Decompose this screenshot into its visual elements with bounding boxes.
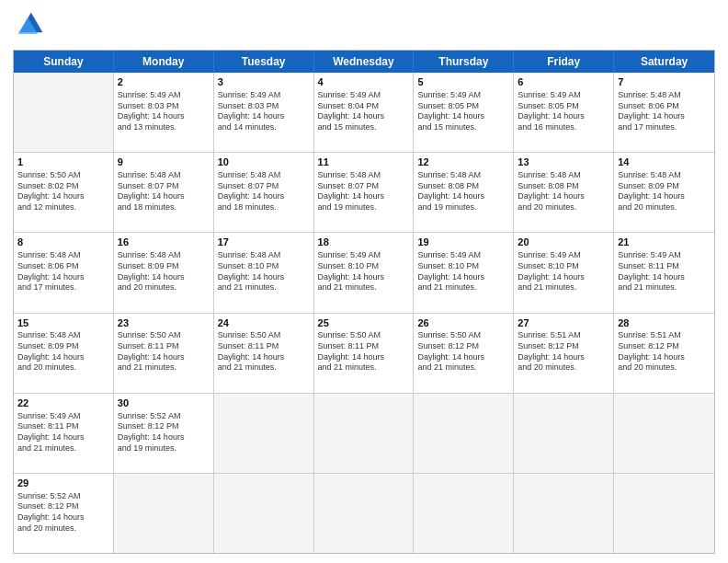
cal-cell xyxy=(414,474,514,553)
cell-line: Sunset: 8:10 PM xyxy=(318,261,410,272)
cell-line: Daylight: 14 hours xyxy=(618,352,711,363)
cell-line: and 20 minutes. xyxy=(518,362,609,373)
cell-line: Sunrise: 5:48 AM xyxy=(518,170,609,181)
cell-line: Sunrise: 5:48 AM xyxy=(118,170,210,181)
cal-cell: 10Sunrise: 5:48 AMSunset: 8:07 PMDayligh… xyxy=(214,153,314,232)
cell-line: Sunset: 8:07 PM xyxy=(118,181,210,192)
cell-line: Sunrise: 5:49 AM xyxy=(218,90,310,101)
cal-cell: 28Sunrise: 5:51 AMSunset: 8:12 PMDayligh… xyxy=(614,314,714,393)
cal-row-5: 29Sunrise: 5:52 AMSunset: 8:12 PMDayligh… xyxy=(14,473,714,553)
cell-line: and 18 minutes. xyxy=(118,202,210,213)
cell-line: Sunrise: 5:49 AM xyxy=(17,411,109,422)
header-friday: Friday xyxy=(514,51,614,73)
cell-line: Sunrise: 5:48 AM xyxy=(218,170,310,181)
cell-line: Daylight: 14 hours xyxy=(218,111,310,122)
cell-line: Daylight: 14 hours xyxy=(17,191,109,202)
cell-line: and 12 minutes. xyxy=(17,202,109,213)
cell-line: Sunset: 8:10 PM xyxy=(518,261,609,272)
cell-line: and 21 minutes. xyxy=(417,362,509,373)
cell-line: Daylight: 14 hours xyxy=(318,111,410,122)
cal-cell xyxy=(414,394,514,473)
day-number: 19 xyxy=(417,236,509,249)
cell-line: and 21 minutes. xyxy=(318,282,410,293)
cell-line: Daylight: 14 hours xyxy=(218,272,310,283)
cell-line: Daylight: 14 hours xyxy=(118,272,210,283)
page: Sunday Monday Tuesday Wednesday Thursday… xyxy=(0,0,728,563)
cell-line: Sunset: 8:05 PM xyxy=(518,101,609,112)
header-wednesday: Wednesday xyxy=(314,51,415,73)
cal-cell: 2Sunrise: 5:49 AMSunset: 8:03 PMDaylight… xyxy=(114,73,214,152)
cell-line: and 19 minutes. xyxy=(318,202,410,213)
cal-cell: 30Sunrise: 5:52 AMSunset: 8:12 PMDayligh… xyxy=(114,394,214,473)
cell-line: Daylight: 14 hours xyxy=(17,352,109,363)
cell-line: Sunrise: 5:48 AM xyxy=(17,250,109,261)
cal-row-0: 2Sunrise: 5:49 AMSunset: 8:03 PMDaylight… xyxy=(14,73,714,152)
header-monday: Monday xyxy=(114,51,214,73)
cell-line: Sunset: 8:06 PM xyxy=(618,101,711,112)
cell-line: and 15 minutes. xyxy=(318,122,410,133)
cell-line: Sunset: 8:11 PM xyxy=(318,341,410,352)
cell-line: and 20 minutes. xyxy=(618,202,711,213)
cal-cell xyxy=(214,394,314,473)
cell-line: Sunset: 8:07 PM xyxy=(218,181,310,192)
cell-line: Sunrise: 5:50 AM xyxy=(417,330,509,341)
cell-line: Sunset: 8:09 PM xyxy=(618,181,711,192)
cell-line: Sunset: 8:11 PM xyxy=(218,341,310,352)
header xyxy=(13,9,715,42)
cal-cell: 23Sunrise: 5:50 AMSunset: 8:11 PMDayligh… xyxy=(114,314,214,393)
cell-line: Daylight: 14 hours xyxy=(318,191,410,202)
cell-line: and 21 minutes. xyxy=(218,282,310,293)
header-sunday: Sunday xyxy=(14,51,114,73)
cell-line: Sunset: 8:10 PM xyxy=(218,261,310,272)
cell-line: Daylight: 14 hours xyxy=(118,191,210,202)
cell-line: Sunrise: 5:50 AM xyxy=(118,330,210,341)
cell-line: Daylight: 14 hours xyxy=(318,272,410,283)
cell-line: and 21 minutes. xyxy=(218,362,310,373)
cell-line: Daylight: 14 hours xyxy=(518,111,609,122)
cell-line: and 21 minutes. xyxy=(518,282,609,293)
cell-line: Sunset: 8:06 PM xyxy=(17,261,109,272)
cell-line: Daylight: 14 hours xyxy=(118,111,210,122)
day-number: 28 xyxy=(618,316,711,330)
cal-row-3: 15Sunrise: 5:48 AMSunset: 8:09 PMDayligh… xyxy=(14,313,714,393)
header-tuesday: Tuesday xyxy=(214,51,314,73)
day-number: 21 xyxy=(618,236,711,249)
cell-line: Daylight: 14 hours xyxy=(318,352,410,363)
calendar-header: Sunday Monday Tuesday Wednesday Thursday… xyxy=(14,51,714,73)
cell-line: and 17 minutes. xyxy=(618,122,711,133)
day-number: 26 xyxy=(417,316,509,330)
cell-line: Daylight: 14 hours xyxy=(618,111,711,122)
cell-line: and 21 minutes. xyxy=(318,362,410,373)
cell-line: Sunset: 8:09 PM xyxy=(118,261,210,272)
cell-line: Sunset: 8:08 PM xyxy=(417,181,509,192)
day-number: 2 xyxy=(118,75,210,89)
cal-cell: 6Sunrise: 5:49 AMSunset: 8:05 PMDaylight… xyxy=(514,73,614,152)
cell-line: Daylight: 14 hours xyxy=(518,352,609,363)
cal-row-2: 8Sunrise: 5:48 AMSunset: 8:06 PMDaylight… xyxy=(14,232,714,312)
cell-line: and 20 minutes. xyxy=(118,282,210,293)
cell-line: Daylight: 14 hours xyxy=(518,272,609,283)
cal-cell: 26Sunrise: 5:50 AMSunset: 8:12 PMDayligh… xyxy=(414,314,514,393)
cell-line: Sunrise: 5:52 AM xyxy=(118,411,210,422)
cell-line: Daylight: 14 hours xyxy=(417,272,509,283)
cell-line: Sunrise: 5:48 AM xyxy=(618,170,711,181)
cell-line: Sunrise: 5:48 AM xyxy=(618,90,711,101)
cell-line: Daylight: 14 hours xyxy=(417,191,509,202)
logo-icon xyxy=(13,9,46,42)
cell-line: and 15 minutes. xyxy=(417,122,509,133)
day-number: 29 xyxy=(17,477,109,490)
day-number: 16 xyxy=(118,236,210,249)
cal-cell xyxy=(314,394,415,473)
day-number: 15 xyxy=(17,316,109,330)
cell-line: Sunrise: 5:48 AM xyxy=(218,250,310,261)
cal-cell xyxy=(514,474,614,553)
cal-cell: 12Sunrise: 5:48 AMSunset: 8:08 PMDayligh… xyxy=(414,153,514,232)
day-number: 24 xyxy=(218,316,310,330)
cal-cell: 27Sunrise: 5:51 AMSunset: 8:12 PMDayligh… xyxy=(514,314,614,393)
cell-line: Daylight: 14 hours xyxy=(17,512,109,523)
cell-line: and 19 minutes. xyxy=(417,202,509,213)
cell-line: Sunrise: 5:51 AM xyxy=(518,330,609,341)
cell-line: Daylight: 14 hours xyxy=(218,191,310,202)
cell-line: Sunrise: 5:50 AM xyxy=(318,330,410,341)
logo xyxy=(13,9,50,42)
